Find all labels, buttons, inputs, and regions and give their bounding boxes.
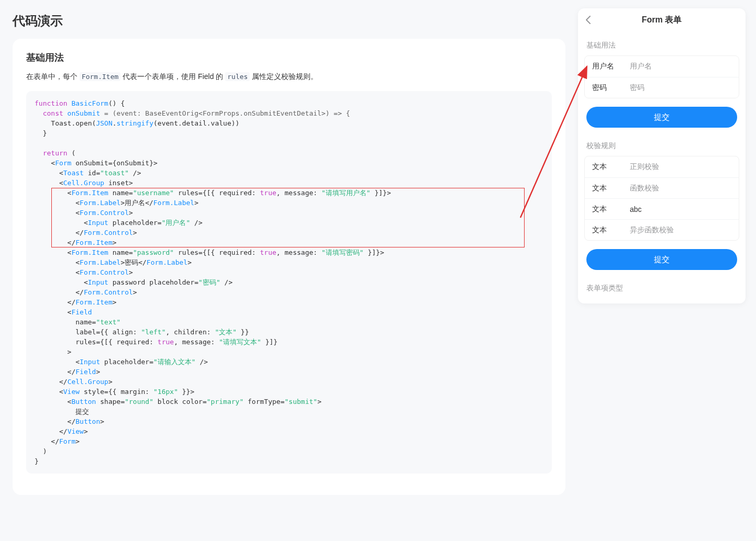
submit-button-1[interactable]: 提交 (586, 107, 737, 128)
page-root: 代码演示 基础用法 在表单中，每个 Form.Item 代表一个表单项，使用 F… (0, 0, 756, 505)
phone-title: Form 表单 (642, 15, 682, 26)
field-label: 用户名 (592, 62, 630, 71)
field-placeholder[interactable]: 密码 (630, 83, 731, 93)
field-label: 文本 (592, 226, 630, 235)
back-icon[interactable] (582, 14, 595, 26)
phone-column: Form 表单 基础用法 用户名 用户名 密码 密码 提交 校验规则 文本 正则… (578, 8, 746, 495)
phone-section-title-1: 基础用法 (578, 31, 746, 55)
desc-text: 代表一个表单项，使用 Field 的 (123, 72, 225, 81)
field-label: 文本 (592, 205, 630, 214)
phone-cell-group-2: 文本 正则校验 文本 函数校验 文本 abc 文本 异步函数校验 (584, 156, 739, 241)
field-placeholder[interactable]: 正则校验 (630, 162, 731, 172)
field-label: 文本 (592, 184, 630, 193)
desc-text: 属性定义校验规则。 (252, 72, 318, 81)
code-block: function BasicForm() { const onSubmit = … (26, 91, 552, 474)
form-field-row[interactable]: 密码 密码 (585, 77, 739, 98)
page-title: 代码演示 (13, 13, 565, 29)
field-placeholder[interactable]: 用户名 (630, 62, 731, 71)
phone-cell-group-1: 用户名 用户名 密码 密码 (584, 55, 739, 98)
section-heading: 基础用法 (26, 51, 552, 64)
form-field-row[interactable]: 文本 正则校验 (585, 156, 739, 177)
inline-code-rules: rules (225, 72, 250, 81)
phone-section-title-3: 表单项类型 (578, 274, 746, 298)
form-field-row[interactable]: 文本 abc (585, 198, 739, 219)
form-field-row[interactable]: 文本 函数校验 (585, 177, 739, 198)
doc-column: 代码演示 基础用法 在表单中，每个 Form.Item 代表一个表单项，使用 F… (13, 8, 565, 495)
field-placeholder[interactable]: 函数校验 (630, 184, 731, 193)
code-highlight-box (51, 188, 525, 247)
desc-text: 在表单中，每个 (26, 72, 80, 81)
section-description: 在表单中，每个 Form.Item 代表一个表单项，使用 Field 的 rul… (26, 72, 552, 82)
inline-code-formitem: Form.Item (80, 72, 120, 81)
phone-header: Form 表单 (578, 8, 746, 31)
phone-section-title-2: 校验规则 (578, 132, 746, 156)
field-label: 密码 (592, 83, 630, 93)
submit-button-2[interactable]: 提交 (586, 249, 737, 270)
field-value[interactable]: abc (630, 205, 731, 213)
field-label: 文本 (592, 162, 630, 172)
doc-card: 基础用法 在表单中，每个 Form.Item 代表一个表单项，使用 Field … (13, 39, 565, 495)
form-field-row[interactable]: 文本 异步函数校验 (585, 219, 739, 240)
form-field-row[interactable]: 用户名 用户名 (585, 56, 739, 77)
phone-preview: Form 表单 基础用法 用户名 用户名 密码 密码 提交 校验规则 文本 正则… (578, 8, 746, 303)
field-placeholder[interactable]: 异步函数校验 (630, 226, 731, 235)
